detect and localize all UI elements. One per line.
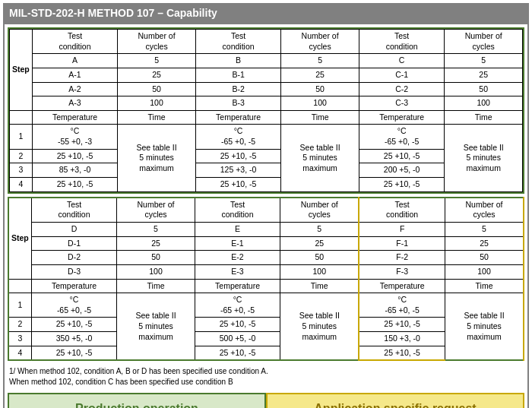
table1: Step Testcondition Number ofcycles Testc… [9,29,523,192]
cell: Temperature [359,110,445,125]
cell: Time [118,110,196,125]
cell: 25 [445,236,524,251]
step-header: Step [8,198,31,279]
cell: B-2 [195,82,281,96]
table-row: Step Testcondition Number ofcycles Testc… [10,30,523,54]
cell: °C-65 +0, -5 [195,293,280,318]
table-row: 1 °C-65 +0, -5 See table II5 minutesmaxi… [8,293,524,318]
cell: B [195,54,281,68]
step-num: 4 [10,178,33,192]
cell: 25 +10, -5 [195,346,280,360]
cell: 100 [281,96,359,111]
cell: Temperature [195,110,281,125]
step-num: 2 [8,318,31,332]
cell: See table II5 minutesmaximum [445,293,524,361]
cell: 25 +10, -5 [31,346,116,360]
table2: Step Testcondition Number ofcycles Testc… [8,197,524,362]
step-num: 3 [8,332,31,346]
cell: E [195,222,280,236]
cell: 25 [118,68,196,82]
production-bar: Production operation [8,393,266,408]
cell: °C-65 +0, -5 [359,293,445,318]
cell: A-3 [32,96,118,111]
content-area: Step Testcondition Number ofcycles Testc… [3,23,529,408]
cell: Temperature [32,110,118,125]
cell: See table II5 minutesmaximum [280,293,359,361]
cell: 25 +10, -5 [32,178,118,192]
cell: 150 +3, -0 [359,332,445,346]
cell: 125 +3, -0 [195,163,281,178]
application-bar: Application specific request [266,393,524,408]
cell: B-3 [195,96,281,111]
table-row: A-1 25 B-1 25 C-1 25 [10,68,523,82]
cell: D-2 [31,251,116,265]
cell: 25 +10, -5 [195,178,281,192]
cell: 200 +5, -0 [359,163,445,178]
cell: See table II5 minutesmaximum [445,125,523,191]
cell: 50 [281,82,359,96]
cell: 50 [445,251,524,265]
bottom-bars: Production operation Application specifi… [8,393,524,408]
step-cell-empty [8,279,31,293]
cell: F-3 [359,264,445,279]
cell: Temperature [31,279,116,293]
cell: 100 [445,264,524,279]
cell: 25 +10, -5 [359,318,445,332]
col-header: Number ofcycles [445,198,524,223]
page-title: MIL-STD-202-H METHOD 107 – Capability [3,3,529,23]
cell: A [32,54,118,68]
cell: 100 [280,264,359,279]
cell: 500 +5, -0 [195,332,280,346]
cell: Time [445,279,524,293]
cell: Temperature [359,279,445,293]
cell: 5 [117,222,195,236]
cell: Time [280,279,359,293]
footnote-line1: 1/ When method 102, condition A, B or D … [9,366,523,377]
cell: D-3 [31,264,116,279]
page-wrapper: MIL-STD-202-H METHOD 107 – Capability St… [0,0,532,408]
cell: E-3 [195,264,280,279]
table-row: 1 °C-55 +0, -3 See table II5 minutesmaxi… [10,125,523,149]
cell: Time [117,279,195,293]
cell: C-2 [359,82,445,96]
table1-wrapper: Step Testcondition Number ofcycles Testc… [8,27,524,194]
footnote-line2: When method 102, condition C has been sp… [9,377,523,387]
cell: Time [445,110,523,125]
cell: 5 [445,222,524,236]
table2-wrapper: Step Testcondition Number ofcycles Testc… [8,197,524,362]
col-header: Testcondition [195,30,281,54]
col-header: Number ofcycles [118,30,196,54]
cell: F-1 [359,236,445,251]
cell: A-1 [32,68,118,82]
step-num: 1 [8,293,31,318]
cell: 25 [117,236,195,251]
step-cell-empty [10,110,33,125]
cell: A-2 [32,82,118,96]
cell: D-1 [31,236,116,251]
cell: C-1 [359,68,445,82]
cell: 25 +10, -5 [32,149,118,163]
col-header: Testcondition [31,198,116,223]
cell: 50 [280,251,359,265]
cell: °C-55 +0, -3 [32,125,118,149]
cell: 85 +3, -0 [32,163,118,178]
cell: C [359,54,445,68]
cell: D [31,222,116,236]
cell: 25 +10, -5 [359,346,445,360]
step-num: 4 [8,346,31,360]
col-header: Number ofcycles [445,30,523,54]
cell: 5 [445,54,523,68]
col-header: Number ofcycles [281,30,359,54]
cell: E-2 [195,251,280,265]
cell: 5 [280,222,359,236]
cell: 100 [118,96,196,111]
table-row: Temperature Time Temperature Time Temper… [8,279,524,293]
cell: 25 [280,236,359,251]
col-header: Testcondition [195,198,280,223]
cell: °C-65 +0, -5 [195,125,281,149]
table-row: A-2 50 B-2 50 C-2 50 [10,82,523,96]
cell: 100 [445,96,523,111]
cell: 25 [445,68,523,82]
cell: 50 [118,82,196,96]
cell: See table II5 minutesmaximum [117,293,195,361]
